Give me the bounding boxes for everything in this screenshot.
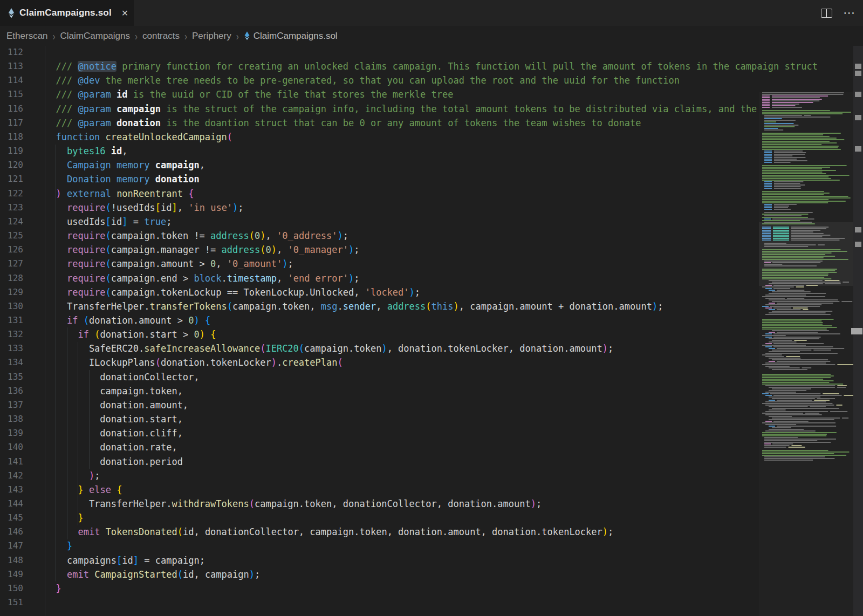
line-number: 148 <box>0 553 23 567</box>
code-line[interactable]: 130 TransferHelper.transferTokens(campai… <box>0 299 863 313</box>
line-number: 133 <box>0 341 23 355</box>
line-number: 138 <box>0 412 23 426</box>
code-text: bytes16 id, <box>45 144 128 158</box>
code-text: require(campaign.tokenLockup == TokenLoc… <box>45 285 420 299</box>
code-line[interactable]: 144 TransferHelper.withdrawTokens(campai… <box>0 497 863 511</box>
code-line[interactable]: 119 bytes16 id, <box>0 144 863 158</box>
code-text: if (donation.amount > 0) { <box>45 313 210 327</box>
line-number: 114 <box>0 73 23 87</box>
line-number: 142 <box>0 469 23 483</box>
tab-claimcampaigns[interactable]: ClaimCampaigns.sol ✕ <box>0 0 134 26</box>
breadcrumb-item-etherscan[interactable]: Etherscan <box>6 31 48 42</box>
ethereum-icon <box>244 31 250 41</box>
code-line[interactable]: 128 require(campaign.end > block.timesta… <box>0 271 863 285</box>
code-text: require(campaign.manager != address(0), … <box>45 243 360 257</box>
line-number: 135 <box>0 370 23 384</box>
code-text: ILockupPlans(donation.tokenLocker).creat… <box>45 355 343 369</box>
code-line[interactable]: 136 campaign.token, <box>0 384 863 398</box>
code-text: /// @notice primary function for creatin… <box>45 59 818 73</box>
code-line[interactable]: 149 emit CampaignStarted(id, campaign); <box>0 567 863 581</box>
editor[interactable]: 112113 /// @notice primary function for … <box>0 46 863 616</box>
breadcrumb-item-periphery[interactable]: Periphery <box>192 31 231 42</box>
code-text: } <box>45 539 72 553</box>
minimap-viewport[interactable] <box>759 222 853 286</box>
code-line[interactable]: 121 Donation memory donation <box>0 172 863 186</box>
line-number: 131 <box>0 313 23 327</box>
code-line[interactable]: 151 <box>0 596 863 610</box>
code-text: function createUnlockedCampaign( <box>45 130 232 144</box>
code-text: emit CampaignStarted(id, campaign); <box>45 567 260 581</box>
line-number: 143 <box>0 483 23 497</box>
code-line[interactable]: 138 donation.start, <box>0 412 863 426</box>
code-line[interactable]: 114 /// @dev the merkle tree needs to be… <box>0 73 863 87</box>
code-line[interactable]: 146 emit TokensDonated(id, donationColle… <box>0 525 863 539</box>
line-number: 116 <box>0 102 23 116</box>
ruler-mark[interactable] <box>855 115 861 120</box>
line-number: 121 <box>0 172 23 186</box>
code-line[interactable]: 145 } <box>0 511 863 525</box>
code-line[interactable]: 112 <box>0 46 863 59</box>
code-text: /// @param donation is the doantion stru… <box>45 116 641 130</box>
code-line[interactable]: 117 /// @param donation is the doantion … <box>0 116 863 130</box>
code-area[interactable]: 112113 /// @notice primary function for … <box>0 46 863 610</box>
code-text: require(campaign.end > block.timestamp, … <box>45 271 360 285</box>
ruler-mark[interactable] <box>855 242 861 247</box>
ethereum-icon <box>8 8 15 19</box>
line-number: 124 <box>0 215 23 229</box>
code-text: if (donation.start > 0) { <box>45 327 216 341</box>
code-line[interactable]: 126 require(campaign.manager != address(… <box>0 243 863 257</box>
code-line[interactable]: 150 } <box>0 581 863 596</box>
breadcrumb-item-contracts[interactable]: contracts <box>142 31 180 42</box>
code-line[interactable]: 116 /// @param campaign is the struct of… <box>0 102 863 116</box>
line-number: 147 <box>0 539 23 553</box>
code-line[interactable]: 124 usedIds[id] = true; <box>0 215 863 229</box>
overview-ruler[interactable] <box>853 46 863 616</box>
minimap[interactable] <box>759 92 853 616</box>
ruler-mark[interactable] <box>855 71 861 76</box>
breadcrumb-item-claimcampaigns[interactable]: ClaimCampaigns <box>60 31 130 42</box>
line-number: 130 <box>0 299 23 313</box>
code-line[interactable]: 141 donation.period <box>0 455 863 469</box>
code-line[interactable]: 129 require(campaign.tokenLockup == Toke… <box>0 285 863 299</box>
line-number: 120 <box>0 158 23 172</box>
code-text: TransferHelper.transferTokens(campaign.t… <box>45 299 663 313</box>
ruler-mark[interactable] <box>855 64 861 69</box>
code-line[interactable]: 131 if (donation.amount > 0) { <box>0 313 863 327</box>
code-text: /// @dev the merkle tree needs to be pre… <box>45 73 680 87</box>
code-line[interactable]: 142 ); <box>0 469 863 483</box>
code-text: usedIds[id] = true; <box>45 215 172 229</box>
code-line[interactable]: 118 function createUnlockedCampaign( <box>0 130 863 144</box>
code-line[interactable]: 132 if (donation.start > 0) { <box>0 327 863 341</box>
line-number: 129 <box>0 285 23 299</box>
code-text: } else { <box>45 483 122 497</box>
code-line[interactable]: 137 donation.amount, <box>0 398 863 412</box>
line-number: 118 <box>0 130 23 144</box>
scrollbar-slider[interactable] <box>851 328 862 334</box>
code-line[interactable]: 113 /// @notice primary function for cre… <box>0 59 863 73</box>
code-line[interactable]: 143 } else { <box>0 483 863 497</box>
code-line[interactable]: 140 donation.rate, <box>0 440 863 454</box>
code-line[interactable]: 148 campaigns[id] = campaign; <box>0 553 863 567</box>
breadcrumb-item-claimcampaigns-sol[interactable]: ClaimCampaigns.sol <box>244 31 338 42</box>
code-line[interactable]: 120 Campaign memory campaign, <box>0 158 863 172</box>
ruler-mark[interactable] <box>855 92 861 97</box>
code-line[interactable]: 139 donation.cliff, <box>0 426 863 440</box>
code-line[interactable]: 135 donationCollector, <box>0 370 863 384</box>
ruler-mark[interactable] <box>855 146 861 152</box>
ruler-mark[interactable] <box>855 227 861 232</box>
code-text: /// @param id is the uuid or CID of the … <box>45 87 453 101</box>
code-line[interactable]: 115 /// @param id is the uuid or CID of … <box>0 87 863 101</box>
code-text: Donation memory donation <box>45 172 200 186</box>
code-line[interactable]: 134 ILockupPlans(donation.tokenLocker).c… <box>0 355 863 369</box>
more-actions-icon[interactable]: ⋯ <box>843 10 855 16</box>
close-icon[interactable]: ✕ <box>119 7 131 19</box>
code-line[interactable]: 125 require(campaign.token != address(0)… <box>0 229 863 243</box>
code-line[interactable]: 147 } <box>0 539 863 553</box>
code-line[interactable]: 127 require(campaign.amount > 0, '0_amou… <box>0 257 863 271</box>
line-number: 122 <box>0 187 23 201</box>
code-line[interactable]: 133 SafeERC20.safeIncreaseAllowance(IERC… <box>0 341 863 355</box>
split-editor-icon[interactable] <box>821 9 832 18</box>
code-line[interactable]: 122 ) external nonReentrant { <box>0 187 863 201</box>
code-line[interactable]: 123 require(!usedIds[id], 'in use'); <box>0 201 863 215</box>
chevron-separator: › <box>236 30 239 42</box>
